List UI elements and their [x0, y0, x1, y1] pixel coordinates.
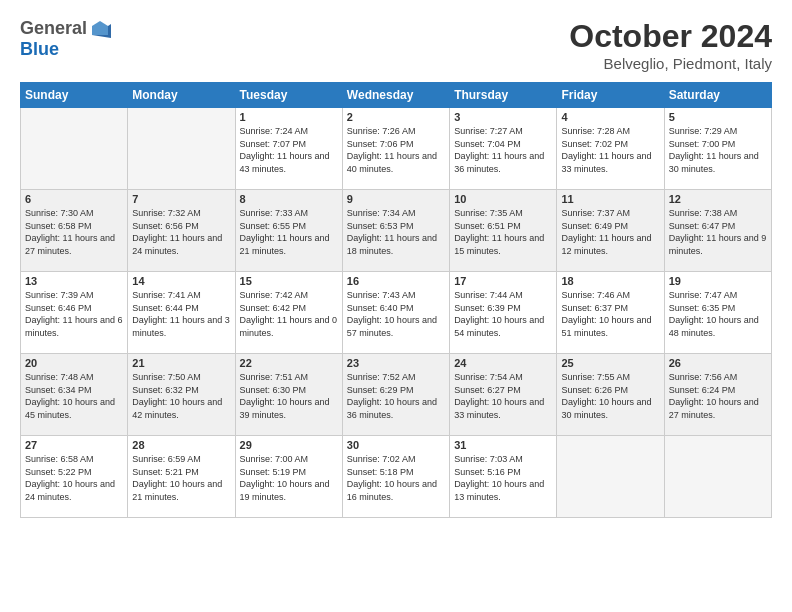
table-row: 13Sunrise: 7:39 AMSunset: 6:46 PMDayligh… [21, 272, 128, 354]
table-row: 14Sunrise: 7:41 AMSunset: 6:44 PMDayligh… [128, 272, 235, 354]
header-sunday: Sunday [21, 83, 128, 108]
day-number: 18 [561, 275, 659, 287]
header-monday: Monday [128, 83, 235, 108]
table-row: 4Sunrise: 7:28 AMSunset: 7:02 PMDaylight… [557, 108, 664, 190]
title-block: October 2024 Belveglio, Piedmont, Italy [569, 18, 772, 72]
day-info: Sunrise: 7:41 AMSunset: 6:44 PMDaylight:… [132, 289, 230, 339]
day-info: Sunrise: 7:46 AMSunset: 6:37 PMDaylight:… [561, 289, 659, 339]
svg-marker-0 [92, 21, 108, 35]
day-number: 23 [347, 357, 445, 369]
calendar-row: 20Sunrise: 7:48 AMSunset: 6:34 PMDayligh… [21, 354, 772, 436]
day-info: Sunrise: 6:59 AMSunset: 5:21 PMDaylight:… [132, 453, 230, 503]
table-row: 17Sunrise: 7:44 AMSunset: 6:39 PMDayligh… [450, 272, 557, 354]
month-title: October 2024 [569, 18, 772, 55]
table-row: 15Sunrise: 7:42 AMSunset: 6:42 PMDayligh… [235, 272, 342, 354]
day-number: 27 [25, 439, 123, 451]
calendar-table: Sunday Monday Tuesday Wednesday Thursday… [20, 82, 772, 518]
page-container: General Blue October 2024 Belveglio, Pie… [0, 0, 792, 528]
table-row: 11Sunrise: 7:37 AMSunset: 6:49 PMDayligh… [557, 190, 664, 272]
day-info: Sunrise: 7:03 AMSunset: 5:16 PMDaylight:… [454, 453, 552, 503]
calendar-row: 27Sunrise: 6:58 AMSunset: 5:22 PMDayligh… [21, 436, 772, 518]
table-row [557, 436, 664, 518]
day-info: Sunrise: 7:55 AMSunset: 6:26 PMDaylight:… [561, 371, 659, 421]
day-number: 22 [240, 357, 338, 369]
day-info: Sunrise: 7:48 AMSunset: 6:34 PMDaylight:… [25, 371, 123, 421]
table-row [21, 108, 128, 190]
table-row [128, 108, 235, 190]
day-number: 29 [240, 439, 338, 451]
day-number: 25 [561, 357, 659, 369]
day-info: Sunrise: 7:52 AMSunset: 6:29 PMDaylight:… [347, 371, 445, 421]
day-info: Sunrise: 7:33 AMSunset: 6:55 PMDaylight:… [240, 207, 338, 257]
header-tuesday: Tuesday [235, 83, 342, 108]
day-info: Sunrise: 7:27 AMSunset: 7:04 PMDaylight:… [454, 125, 552, 175]
day-info: Sunrise: 7:44 AMSunset: 6:39 PMDaylight:… [454, 289, 552, 339]
table-row: 8Sunrise: 7:33 AMSunset: 6:55 PMDaylight… [235, 190, 342, 272]
day-number: 16 [347, 275, 445, 287]
logo: General Blue [20, 18, 111, 60]
table-row: 20Sunrise: 7:48 AMSunset: 6:34 PMDayligh… [21, 354, 128, 436]
day-info: Sunrise: 7:34 AMSunset: 6:53 PMDaylight:… [347, 207, 445, 257]
day-number: 24 [454, 357, 552, 369]
table-row: 18Sunrise: 7:46 AMSunset: 6:37 PMDayligh… [557, 272, 664, 354]
logo-blue: Blue [20, 40, 111, 60]
day-number: 26 [669, 357, 767, 369]
table-row: 23Sunrise: 7:52 AMSunset: 6:29 PMDayligh… [342, 354, 449, 436]
day-info: Sunrise: 7:35 AMSunset: 6:51 PMDaylight:… [454, 207, 552, 257]
day-info: Sunrise: 7:28 AMSunset: 7:02 PMDaylight:… [561, 125, 659, 175]
location: Belveglio, Piedmont, Italy [569, 55, 772, 72]
calendar-row: 1Sunrise: 7:24 AMSunset: 7:07 PMDaylight… [21, 108, 772, 190]
table-row: 21Sunrise: 7:50 AMSunset: 6:32 PMDayligh… [128, 354, 235, 436]
day-info: Sunrise: 7:56 AMSunset: 6:24 PMDaylight:… [669, 371, 767, 421]
table-row: 24Sunrise: 7:54 AMSunset: 6:27 PMDayligh… [450, 354, 557, 436]
day-info: Sunrise: 7:00 AMSunset: 5:19 PMDaylight:… [240, 453, 338, 503]
day-info: Sunrise: 7:30 AMSunset: 6:58 PMDaylight:… [25, 207, 123, 257]
day-info: Sunrise: 7:02 AMSunset: 5:18 PMDaylight:… [347, 453, 445, 503]
header-friday: Friday [557, 83, 664, 108]
table-row: 1Sunrise: 7:24 AMSunset: 7:07 PMDaylight… [235, 108, 342, 190]
day-number: 30 [347, 439, 445, 451]
table-row: 2Sunrise: 7:26 AMSunset: 7:06 PMDaylight… [342, 108, 449, 190]
day-number: 6 [25, 193, 123, 205]
day-number: 28 [132, 439, 230, 451]
day-info: Sunrise: 7:37 AMSunset: 6:49 PMDaylight:… [561, 207, 659, 257]
weekday-header-row: Sunday Monday Tuesday Wednesday Thursday… [21, 83, 772, 108]
day-info: Sunrise: 7:39 AMSunset: 6:46 PMDaylight:… [25, 289, 123, 339]
day-info: Sunrise: 7:26 AMSunset: 7:06 PMDaylight:… [347, 125, 445, 175]
day-number: 19 [669, 275, 767, 287]
table-row: 3Sunrise: 7:27 AMSunset: 7:04 PMDaylight… [450, 108, 557, 190]
day-info: Sunrise: 7:54 AMSunset: 6:27 PMDaylight:… [454, 371, 552, 421]
table-row: 19Sunrise: 7:47 AMSunset: 6:35 PMDayligh… [664, 272, 771, 354]
table-row: 30Sunrise: 7:02 AMSunset: 5:18 PMDayligh… [342, 436, 449, 518]
day-info: Sunrise: 7:38 AMSunset: 6:47 PMDaylight:… [669, 207, 767, 257]
day-number: 13 [25, 275, 123, 287]
day-number: 11 [561, 193, 659, 205]
day-number: 15 [240, 275, 338, 287]
header-thursday: Thursday [450, 83, 557, 108]
day-number: 12 [669, 193, 767, 205]
day-number: 1 [240, 111, 338, 123]
day-info: Sunrise: 7:43 AMSunset: 6:40 PMDaylight:… [347, 289, 445, 339]
day-number: 9 [347, 193, 445, 205]
table-row: 26Sunrise: 7:56 AMSunset: 6:24 PMDayligh… [664, 354, 771, 436]
day-info: Sunrise: 7:51 AMSunset: 6:30 PMDaylight:… [240, 371, 338, 421]
table-row: 28Sunrise: 6:59 AMSunset: 5:21 PMDayligh… [128, 436, 235, 518]
header-wednesday: Wednesday [342, 83, 449, 108]
table-row: 9Sunrise: 7:34 AMSunset: 6:53 PMDaylight… [342, 190, 449, 272]
day-number: 21 [132, 357, 230, 369]
day-info: Sunrise: 6:58 AMSunset: 5:22 PMDaylight:… [25, 453, 123, 503]
day-number: 2 [347, 111, 445, 123]
table-row [664, 436, 771, 518]
day-number: 31 [454, 439, 552, 451]
day-info: Sunrise: 7:24 AMSunset: 7:07 PMDaylight:… [240, 125, 338, 175]
day-number: 10 [454, 193, 552, 205]
table-row: 5Sunrise: 7:29 AMSunset: 7:00 PMDaylight… [664, 108, 771, 190]
table-row: 29Sunrise: 7:00 AMSunset: 5:19 PMDayligh… [235, 436, 342, 518]
day-number: 8 [240, 193, 338, 205]
table-row: 6Sunrise: 7:30 AMSunset: 6:58 PMDaylight… [21, 190, 128, 272]
day-info: Sunrise: 7:32 AMSunset: 6:56 PMDaylight:… [132, 207, 230, 257]
header: General Blue October 2024 Belveglio, Pie… [20, 18, 772, 72]
day-number: 17 [454, 275, 552, 287]
day-info: Sunrise: 7:42 AMSunset: 6:42 PMDaylight:… [240, 289, 338, 339]
table-row: 12Sunrise: 7:38 AMSunset: 6:47 PMDayligh… [664, 190, 771, 272]
